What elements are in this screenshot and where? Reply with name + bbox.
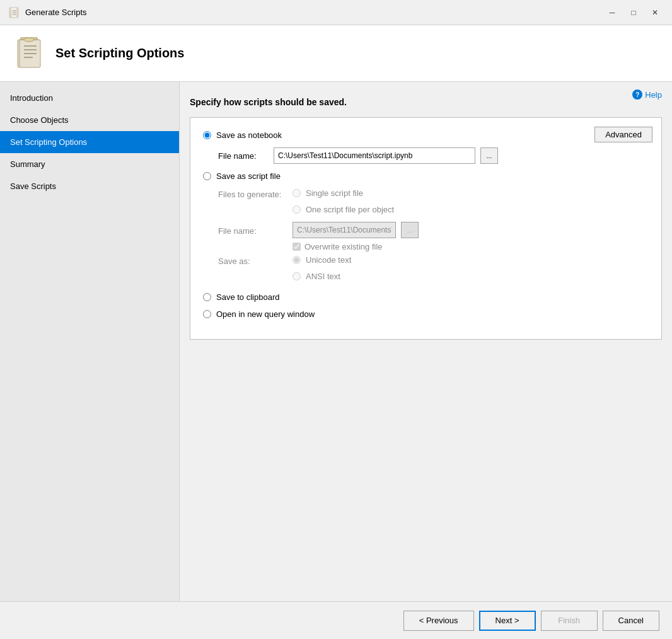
ansi-text-option: ANSI text — [293, 272, 351, 281]
save-as-row: Save as: Unicode text ANSI text — [218, 255, 649, 285]
save-script-radio[interactable] — [203, 172, 211, 180]
files-to-generate-label: Files to generate: — [218, 188, 287, 199]
header: Set Scripting Options — [0, 25, 672, 82]
single-script-radio[interactable] — [293, 189, 301, 197]
files-to-generate-row: Files to generate: Single script file On… — [218, 188, 649, 218]
overwrite-row: Overwrite existing file — [218, 242, 649, 251]
app-icon — [8, 6, 20, 19]
ansi-text-radio[interactable] — [293, 272, 301, 280]
help-icon: ? — [632, 89, 642, 100]
single-script-label: Single script file — [306, 188, 363, 198]
content-area: ? Help Specify how scripts should be sav… — [180, 82, 672, 601]
script-file-name-row: File name: ... — [218, 222, 649, 238]
next-button[interactable]: Next > — [479, 611, 536, 631]
open-query-radio[interactable] — [203, 310, 211, 318]
options-panel: Advanced Save as notebook File name: ...… — [190, 117, 662, 340]
restore-button[interactable]: □ — [624, 6, 643, 20]
script-browse-button[interactable]: ... — [401, 222, 419, 238]
svg-point-9 — [24, 38, 34, 42]
cancel-button[interactable]: Cancel — [603, 611, 659, 631]
page-title: Set Scripting Options — [55, 46, 184, 60]
sidebar-item-summary[interactable]: Summary — [0, 153, 179, 175]
save-as-label: Save as: — [218, 255, 287, 266]
window-title: Generate Scripts — [25, 8, 603, 17]
notebook-file-row: File name: ... — [218, 147, 649, 164]
one-per-object-option: One script file per object — [293, 205, 394, 214]
notebook-browse-button[interactable]: ... — [480, 147, 498, 164]
help-link[interactable]: ? Help — [632, 89, 662, 100]
sidebar-item-introduction[interactable]: Introduction — [0, 87, 179, 109]
main-layout: Introduction Choose Objects Set Scriptin… — [0, 82, 672, 601]
title-bar: Generate Scripts ─ □ ✕ — [0, 0, 672, 25]
save-as-options: Unicode text ANSI text — [293, 255, 351, 285]
advanced-button[interactable]: Advanced — [594, 127, 652, 142]
window-controls: ─ □ ✕ — [603, 6, 664, 20]
minimize-button[interactable]: ─ — [603, 6, 622, 20]
unicode-text-radio[interactable] — [293, 256, 301, 264]
save-clipboard-radio[interactable] — [203, 293, 211, 301]
save-script-file-option[interactable]: Save as script file — [203, 171, 649, 181]
overwrite-label: Overwrite existing file — [304, 242, 383, 251]
sidebar: Introduction Choose Objects Set Scriptin… — [0, 82, 180, 601]
section-title: Specify how scripts should be saved. — [190, 97, 662, 107]
files-to-generate-options: Single script file One script file per o… — [293, 188, 394, 218]
save-notebook-radio[interactable] — [203, 131, 211, 139]
sidebar-item-save-scripts[interactable]: Save Scripts — [0, 175, 179, 197]
sidebar-item-set-scripting-options[interactable]: Set Scripting Options — [0, 131, 179, 153]
bottom-bar: < Previous Next > Finish Cancel — [0, 601, 672, 639]
one-per-object-radio[interactable] — [293, 205, 301, 214]
open-query-label: Open in new query window — [216, 309, 315, 319]
header-icon — [13, 37, 45, 70]
save-notebook-label: Save as notebook — [216, 130, 282, 140]
sidebar-item-choose-objects[interactable]: Choose Objects — [0, 109, 179, 131]
previous-button[interactable]: < Previous — [403, 611, 474, 631]
save-script-label: Save as script file — [216, 171, 281, 181]
save-notebook-option[interactable]: Save as notebook — [203, 130, 649, 140]
save-clipboard-option[interactable]: Save to clipboard — [203, 292, 649, 302]
unicode-text-option: Unicode text — [293, 255, 351, 265]
notebook-filename-label: File name: — [218, 151, 269, 161]
one-per-object-label: One script file per object — [306, 205, 394, 214]
notebook-filename-input[interactable] — [274, 147, 475, 164]
overwrite-checkbox-row: Overwrite existing file — [293, 242, 383, 251]
save-clipboard-label: Save to clipboard — [216, 292, 279, 302]
unicode-text-label: Unicode text — [306, 255, 351, 265]
close-button[interactable]: ✕ — [646, 6, 664, 20]
single-script-option: Single script file — [293, 188, 394, 198]
files-to-generate-section: Files to generate: Single script file On… — [218, 188, 649, 285]
script-filename-label: File name: — [218, 225, 287, 236]
open-query-window-option[interactable]: Open in new query window — [203, 309, 649, 319]
ansi-text-label: ANSI text — [306, 272, 340, 281]
finish-button[interactable]: Finish — [541, 611, 598, 631]
script-filename-input[interactable] — [293, 222, 396, 238]
overwrite-checkbox[interactable] — [293, 243, 301, 251]
